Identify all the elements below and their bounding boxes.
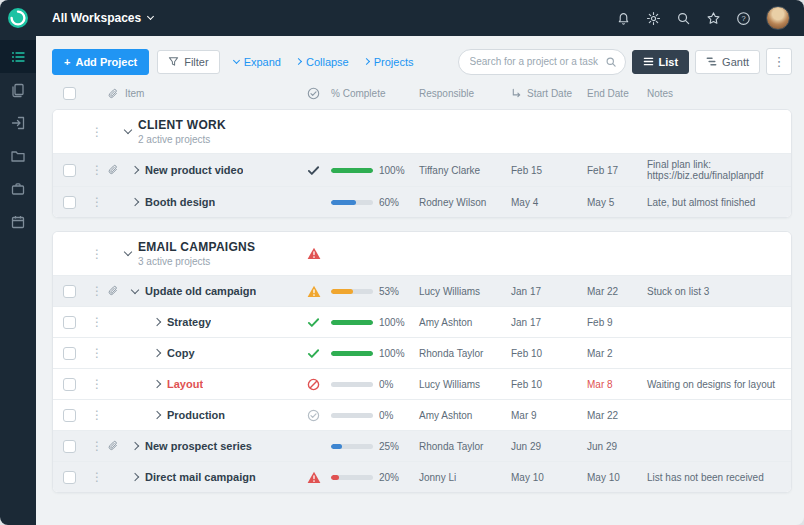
row-menu-icon[interactable]: ⋮ (91, 378, 107, 390)
add-project-button[interactable]: + Add Project (52, 49, 149, 75)
item-name[interactable]: Update old campaign (145, 285, 256, 297)
row-checkbox[interactable] (63, 471, 76, 484)
row-checkbox[interactable] (63, 440, 76, 453)
row-chevron-icon[interactable] (153, 349, 161, 357)
notes-cell: Late, but almost finished (647, 197, 781, 208)
group-header-row[interactable]: ⋮ CLIENT WORK 2 active projects (53, 110, 791, 153)
drag-handle-icon[interactable]: ⋮ (91, 126, 107, 138)
column-start-date[interactable]: Start Date (511, 88, 587, 99)
responsible-cell: Jonny Li (419, 472, 511, 483)
start-date-cell: Jun 29 (511, 441, 587, 452)
row-chevron-icon[interactable] (131, 166, 139, 174)
column-pct-complete[interactable]: % Complete (331, 88, 419, 99)
collapse-icon (295, 58, 302, 65)
row-chevron-icon[interactable] (131, 285, 139, 293)
workspace-selector[interactable]: All Workspaces (52, 11, 153, 25)
briefcase-icon (10, 181, 26, 197)
table-row[interactable]: ⋮ Strategy 100% Amy Ashton Jan 17 Feb 9 (53, 306, 791, 337)
column-notes[interactable]: Notes (647, 88, 781, 99)
row-checkbox[interactable] (63, 316, 76, 329)
search-icon[interactable] (676, 11, 691, 26)
sign-in-icon (10, 115, 26, 131)
sidebar-item-calendar[interactable] (0, 205, 36, 238)
row-chevron-icon[interactable] (153, 318, 161, 326)
drag-handle-icon[interactable]: ⋮ (91, 248, 107, 260)
sidebar-item-list-view[interactable] (0, 40, 36, 73)
progress-bar (331, 289, 373, 294)
column-end-date[interactable]: End Date (587, 88, 647, 99)
responsible-cell: Lucy Williams (419, 286, 511, 297)
row-menu-icon[interactable]: ⋮ (91, 471, 107, 483)
gantt-view-button[interactable]: Gantt (695, 50, 760, 74)
row-menu-icon[interactable]: ⋮ (91, 409, 107, 421)
list-view-icon (10, 49, 26, 65)
row-chevron-icon[interactable] (131, 198, 139, 206)
row-checkbox[interactable] (63, 285, 76, 298)
item-name[interactable]: Strategy (167, 316, 211, 328)
table-row[interactable]: ⋮ New product video 100% Tiffany Clarke … (53, 153, 791, 186)
gear-icon[interactable] (646, 11, 661, 26)
row-checkbox[interactable] (63, 409, 76, 422)
table-row[interactable]: ⋮ New prospect series 25% Rhonda Taylor … (53, 430, 791, 461)
group-header-row[interactable]: ⋮ EMAIL CAMPAIGNS 3 active projects (53, 232, 791, 275)
row-chevron-icon[interactable] (131, 473, 139, 481)
progress-bar (331, 382, 373, 387)
select-all-checkbox[interactable] (63, 87, 76, 100)
item-name[interactable]: Production (167, 409, 225, 421)
list-button-icon (643, 56, 654, 67)
progress-label: 60% (379, 197, 399, 208)
column-item[interactable]: Item (125, 88, 307, 99)
row-chevron-icon[interactable] (131, 442, 139, 450)
progress-bar (331, 168, 373, 173)
more-options-button[interactable]: ⋮ (766, 48, 792, 75)
row-menu-icon[interactable]: ⋮ (91, 347, 107, 359)
bell-icon[interactable] (616, 11, 631, 26)
row-chevron-icon[interactable] (153, 411, 161, 419)
filter-button[interactable]: Filter (157, 50, 219, 74)
sidebar-item-sign-in[interactable] (0, 106, 36, 139)
row-menu-icon[interactable]: ⋮ (91, 440, 107, 452)
app-logo[interactable] (0, 0, 36, 36)
expand-link[interactable]: Expand (234, 56, 281, 68)
item-name[interactable]: New prospect series (145, 440, 252, 452)
item-name[interactable]: Copy (167, 347, 195, 359)
responsible-cell: Amy Ashton (419, 410, 511, 421)
star-icon[interactable] (706, 11, 721, 26)
notes-cell: Waiting on designs for layout (647, 379, 781, 390)
row-checkbox[interactable] (63, 347, 76, 360)
row-chevron-icon[interactable] (153, 380, 161, 388)
search-input[interactable] (470, 56, 605, 67)
row-menu-icon[interactable]: ⋮ (91, 196, 107, 208)
user-avatar[interactable] (766, 6, 790, 30)
table-row[interactable]: ⋮ Copy 100% Rhonda Taylor Feb 10 Mar 2 (53, 337, 791, 368)
item-name[interactable]: Layout (167, 378, 203, 390)
sidebar-item-pages[interactable] (0, 73, 36, 106)
table-row[interactable]: ⋮ Production 0% Amy Ashton Mar 9 Mar 22 (53, 399, 791, 430)
group-collapse-chevron-icon[interactable] (124, 248, 132, 256)
item-name[interactable]: New product video (145, 164, 243, 176)
item-name[interactable]: Booth design (145, 196, 215, 208)
table-row[interactable]: ⋮ Direct mail campaign 20% Jonny Li May … (53, 461, 791, 492)
item-name[interactable]: Direct mail campaign (145, 471, 256, 483)
app-logo-icon (7, 7, 29, 29)
row-checkbox[interactable] (63, 164, 76, 177)
projects-link[interactable]: Projects (364, 56, 414, 68)
row-checkbox[interactable] (63, 196, 76, 209)
row-menu-icon[interactable]: ⋮ (91, 316, 107, 328)
list-view-button[interactable]: List (632, 50, 690, 74)
search-input-icon[interactable] (605, 56, 617, 68)
table-row[interactable]: ⋮ Update old campaign 53% Lucy Williams … (53, 275, 791, 306)
group-collapse-chevron-icon[interactable] (124, 126, 132, 134)
row-menu-icon[interactable]: ⋮ (91, 164, 107, 176)
help-icon[interactable]: ? (736, 11, 751, 26)
row-menu-icon[interactable]: ⋮ (91, 285, 107, 297)
column-responsible[interactable]: Responsible (419, 88, 511, 99)
table-row[interactable]: ⋮ Booth design 60% Rodney Wilson May 4 M… (53, 186, 791, 217)
sidebar-item-briefcase[interactable] (0, 172, 36, 205)
table-header-row: Item % Complete Responsible Start Date E… (52, 87, 792, 100)
sidebar-item-folder[interactable] (0, 139, 36, 172)
table-row[interactable]: ⋮ Layout 0% Lucy Williams Feb 10 Mar 8 W… (53, 368, 791, 399)
topbar: All Workspaces ? (36, 0, 804, 36)
row-checkbox[interactable] (63, 378, 76, 391)
collapse-link[interactable]: Collapse (296, 56, 349, 68)
